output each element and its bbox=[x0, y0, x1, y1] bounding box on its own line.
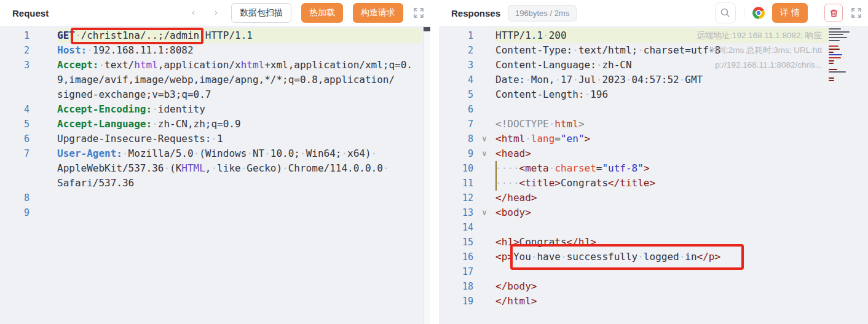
fold-gutter bbox=[473, 220, 495, 235]
trash-icon bbox=[829, 9, 838, 18]
code-row: 10····<meta·charset="utf-8"> bbox=[439, 161, 868, 176]
response-editor[interactable]: 1HTTP/1.1·2002Content-Type:·text/html;·c… bbox=[439, 26, 868, 324]
code-row: 19</html> bbox=[439, 294, 868, 309]
code-line: 9,image/avif,image/webp,image/apng,*/*;q… bbox=[57, 73, 422, 87]
code-line: </head> bbox=[495, 191, 829, 205]
detail-button[interactable]: 详 情 bbox=[772, 3, 808, 23]
scrollbar-thumb[interactable] bbox=[424, 27, 430, 31]
code-row: 15<h1>Congrats</h1> bbox=[439, 235, 868, 250]
code-line: Content-Language:·zh-CN bbox=[495, 58, 829, 73]
line-number: 18 bbox=[439, 279, 473, 294]
code-row: 7User-Agent:·Mozilla/5.0·(Windows·NT·10.… bbox=[0, 146, 430, 161]
code-row: 8 bbox=[0, 191, 430, 205]
minimap-line bbox=[829, 28, 841, 30]
responses-panel: Responses 196bytes / 2ms 详 情 bbox=[439, 0, 868, 324]
minimap-line bbox=[829, 45, 838, 47]
fold-gutter bbox=[30, 43, 57, 58]
code-line: ····<meta·charset="utf-8"> bbox=[495, 161, 829, 176]
code-row: 9 bbox=[0, 205, 430, 220]
construct-request-button[interactable]: 构造请求 bbox=[353, 3, 403, 23]
fold-gutter bbox=[30, 132, 57, 146]
fold-gutter bbox=[30, 205, 57, 220]
minimap-line bbox=[829, 57, 841, 58]
request-editor[interactable]: 1GET·/christ1na/..;/admin·HTTP/1.12Host:… bbox=[0, 26, 430, 324]
packet-scan-button[interactable]: 数据包扫描 bbox=[231, 3, 291, 23]
line-number: 9 bbox=[0, 205, 30, 220]
code-row: Safari/537.36 bbox=[0, 176, 430, 191]
code-line: Content-Length:·196 bbox=[495, 87, 829, 102]
code-line: <head> bbox=[495, 146, 829, 161]
fold-gutter bbox=[473, 264, 495, 279]
response-fullscreen-button[interactable] bbox=[851, 7, 862, 18]
code-line: </body> bbox=[495, 279, 829, 294]
code-line: Upgrade-Insecure-Requests:·1 bbox=[57, 132, 422, 146]
fold-chevron-icon[interactable]: ∨ bbox=[473, 132, 495, 146]
minimap-line bbox=[829, 31, 850, 33]
code-row: 3Content-Language:·zh-CN bbox=[439, 58, 868, 73]
fold-chevron-icon[interactable]: ∨ bbox=[473, 146, 495, 161]
fullscreen-expand-icon bbox=[413, 7, 424, 18]
minimap-line bbox=[829, 52, 834, 53]
fold-gutter bbox=[30, 191, 57, 205]
fold-gutter bbox=[473, 235, 495, 250]
chevron-left-icon bbox=[191, 8, 197, 18]
minimap-line bbox=[829, 71, 846, 73]
code-row: 2Content-Type:·text/html;·charset=utf-8 bbox=[439, 43, 868, 58]
fold-gutter bbox=[473, 191, 495, 205]
hot-reload-button[interactable]: 热加载 bbox=[301, 3, 343, 23]
code-line: ····<title>Congrats</title> bbox=[495, 176, 829, 191]
code-row: 5Content-Length:·196 bbox=[439, 87, 868, 102]
chrome-icon bbox=[752, 7, 765, 19]
code-line: Safari/537.36 bbox=[57, 176, 422, 191]
line-number: 7 bbox=[439, 117, 473, 132]
request-scrollbar[interactable] bbox=[423, 26, 430, 324]
search-icon bbox=[720, 7, 731, 18]
code-row: 8∨<html·lang="en"> bbox=[439, 132, 868, 146]
fold-gutter bbox=[30, 58, 57, 73]
line-number: 1 bbox=[0, 28, 30, 43]
responses-panel-title: Responses bbox=[451, 8, 500, 18]
line-number: 14 bbox=[439, 220, 473, 235]
open-in-browser-button[interactable] bbox=[752, 7, 765, 19]
code-row: 9∨<head> bbox=[439, 146, 868, 161]
line-number: 10 bbox=[439, 161, 473, 176]
request-fullscreen-button[interactable] bbox=[413, 7, 424, 18]
fold-chevron-icon[interactable]: ∨ bbox=[473, 205, 495, 220]
line-number: 2 bbox=[0, 43, 30, 58]
code-line: <h1>Congrats</h1> bbox=[495, 235, 829, 250]
toolbar-divider bbox=[744, 8, 744, 18]
line-number: 1 bbox=[439, 28, 473, 43]
minimap-line bbox=[829, 69, 837, 70]
code-row: 17 bbox=[439, 264, 868, 279]
next-request-button[interactable] bbox=[209, 6, 223, 20]
fold-gutter bbox=[30, 73, 57, 87]
fold-gutter bbox=[473, 161, 495, 176]
fold-gutter bbox=[473, 58, 495, 73]
code-row: 2Host:·192.168.11.1:8082 bbox=[0, 43, 430, 58]
minimap-line bbox=[829, 49, 840, 50]
code-row: signed-exchange;v=b3;q=0.7 bbox=[0, 87, 430, 102]
line-number: 9 bbox=[439, 146, 473, 161]
code-row: 3Accept:·text/html,application/xhtml+xml… bbox=[0, 58, 430, 73]
search-button[interactable] bbox=[715, 2, 736, 23]
code-row: 1GET·/christ1na/..;/admin·HTTP/1.1 bbox=[0, 28, 430, 43]
code-line bbox=[495, 264, 829, 279]
fold-gutter bbox=[473, 250, 495, 264]
line-number bbox=[0, 176, 30, 191]
fold-gutter bbox=[473, 73, 495, 87]
line-number: 13 bbox=[439, 205, 473, 220]
fold-gutter bbox=[473, 279, 495, 294]
fold-gutter bbox=[30, 146, 57, 161]
code-line: Date:·Mon,·17·Jul·2023·04:57:52·GMT bbox=[495, 73, 829, 87]
code-row: 5Accept-Language:·zh-CN,zh;q=0.9 bbox=[0, 117, 430, 132]
clear-responses-button[interactable] bbox=[824, 4, 843, 22]
minimap-line bbox=[829, 54, 842, 55]
code-line: </html> bbox=[495, 294, 829, 309]
toolbar-divider bbox=[816, 8, 816, 18]
code-line: Host:·192.168.11.1:8082 bbox=[57, 43, 422, 58]
line-number: 2 bbox=[439, 43, 473, 58]
minimap[interactable] bbox=[829, 28, 854, 83]
line-number bbox=[0, 87, 30, 102]
code-row: 4Date:·Mon,·17·Jul·2023·04:57:52·GMT bbox=[439, 73, 868, 87]
prev-request-button[interactable] bbox=[187, 6, 200, 20]
